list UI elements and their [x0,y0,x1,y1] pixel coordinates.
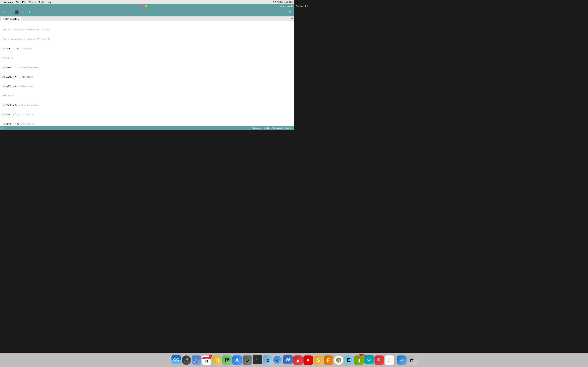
serial-monitor-button[interactable]: ↑↓ [20,9,26,15]
debug-button[interactable]: ⬛ [14,9,20,15]
upload-button[interactable]: → [8,9,13,15]
status-bar: 28 Arduino/Genuino 101 on /dev/cu.usbmod… [0,126,294,130]
code-line: //Motor A [1,57,293,60]
code-line: //motor B connected between B01 and B02 [1,38,293,41]
code-content: //motor A connected between A01 and A02 … [0,22,294,126]
console-area [0,130,294,161]
tabs-bar: sketch_aug31a § ▼ [0,17,294,21]
search-icon[interactable]: 🔍 [288,10,293,14]
app-name[interactable]: Arduino [4,1,13,3]
code-line: int BIN1 = 11; //Direction [1,113,293,117]
code-line: //Motor B [1,94,293,98]
code-line: int PWMB = 5; //Speed control [1,104,293,107]
board-info: Arduino/Genuino 101 on /dev/cu.usbmodem1… [251,127,293,129]
code-line: int BIN2 = 12; //Direction [1,123,293,126]
code-line: //motor A connected between A01 and A02 [1,28,293,32]
toolbar: ✓ → ⬛ ↑↓ + 🔍 [0,8,294,17]
code-line: int PWMA = 3; //Speed control [1,66,293,69]
right-info: 100% Thu 09:23 [277,1,293,3]
menu-file[interactable]: File [16,1,19,3]
code-line: int STBY = 10; //standby [1,47,293,50]
adobe-icon: AI 5 [273,1,276,3]
maximize-button[interactable] [148,5,150,7]
minimize-button[interactable] [145,5,147,7]
arduino-window: sketch_aug31a | Arduino 1.8.2 ✓ → ⬛ ↑↓ +… [0,4,294,130]
code-editor[interactable]: //motor A connected between A01 and A02 … [0,21,294,126]
line-number: 28 [1,127,3,129]
menu-sketch[interactable]: Sketch [29,1,36,3]
menubar-right: AI 5 100% Thu 09:23 [273,1,293,3]
traffic-lights [142,5,150,7]
menu-help[interactable]: Help [47,1,52,3]
active-tab[interactable]: sketch_aug31a § [1,17,21,21]
menu-edit[interactable]: Edit [22,1,26,3]
title-bar: sketch_aug31a | Arduino 1.8.2 [0,4,294,8]
code-line: int AIN2 = 8; //Direction [1,85,293,88]
window-title: sketch_aug31a | Arduino 1.8.2 [280,5,294,7]
close-button[interactable] [142,5,144,7]
menu-tools[interactable]: Tools [39,1,44,3]
verify-button[interactable]: ✓ [1,9,7,15]
new-sketch-button[interactable]: + [26,9,32,15]
code-line: int AIN1 = 9; //Direction [1,75,293,79]
menubar: Arduino File Edit Sketch Tools Help AI 5… [0,0,294,4]
tab-dropdown[interactable]: ▼ [291,16,293,21]
tab-label: sketch_aug31a § [3,18,19,20]
